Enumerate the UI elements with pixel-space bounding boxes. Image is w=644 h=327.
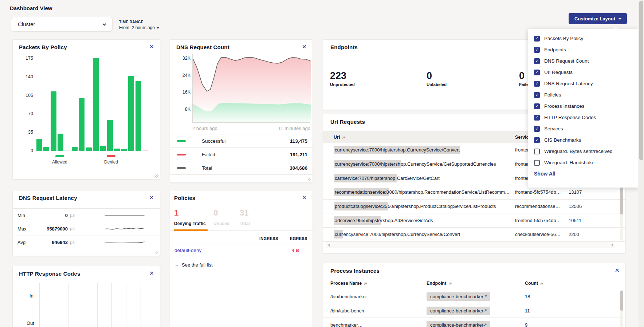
scroll-left-icon[interactable] xyxy=(328,244,330,247)
menu-item[interactable]: ✓Services xyxy=(534,123,639,134)
url-highlight: recommendationservice:8 xyxy=(334,188,389,196)
card-title: Process Instances xyxy=(330,268,380,274)
menu-item[interactable]: ✓Endpoints xyxy=(534,44,639,55)
service-cell: checkoutservice-56… xyxy=(515,228,565,241)
url-highlight: adservice:9555/hipste xyxy=(334,216,381,225)
scrollbar-thumb[interactable] xyxy=(639,1,643,160)
show-all-link[interactable]: Show All xyxy=(534,171,639,177)
menu-item[interactable]: Wireguard. Handshake xyxy=(534,157,639,168)
area-chart xyxy=(192,54,310,123)
endpoint-cell: compliance-benchmarker-* xyxy=(427,318,490,327)
url-cell: productcatalogservice:3550/hipstershop.P… xyxy=(334,200,496,213)
table-vertical-scrollbar[interactable] xyxy=(620,290,623,327)
column-header-ingress: INGRESS xyxy=(259,236,278,241)
scroll-right-icon[interactable] xyxy=(612,244,613,247)
column-header-count[interactable]: Count↓≡ xyxy=(525,281,543,286)
table-horizontal-scrollbar[interactable] xyxy=(326,242,615,248)
column-header-egress: EGRESS xyxy=(290,236,307,241)
page-scrollbar[interactable] xyxy=(638,0,644,327)
count-cell: 2200 xyxy=(569,228,579,241)
url-rest: CartService/GetCart xyxy=(397,176,440,181)
close-icon[interactable]: ✕ xyxy=(149,271,154,276)
url-rest: encyservice:7000/hipstershop.CurrencySer… xyxy=(343,232,460,237)
table-header: Process Name↓≡ Endpoint↓≡ Count↓≡ xyxy=(323,281,625,290)
checkbox-checked-icon[interactable]: ✓ xyxy=(534,126,540,132)
resize-handle-icon[interactable] xyxy=(155,174,158,178)
scrollbar-thumb[interactable] xyxy=(620,187,623,214)
url-highlight: productcatalogservice:35 xyxy=(334,202,388,210)
menu-item[interactable]: ✓DNS Request Latency xyxy=(534,78,639,89)
policies-tab-unused[interactable]: 0Unused xyxy=(213,209,229,226)
latency-unit: µs xyxy=(70,240,75,245)
menu-item[interactable]: ✓Policies xyxy=(534,89,639,101)
sparkline xyxy=(104,212,145,218)
menu-item[interactable]: ✓Packets By Policy xyxy=(534,33,639,44)
x-start-label: 2 hours ago xyxy=(192,126,217,131)
resize-handle-icon[interactable] xyxy=(155,251,158,254)
menu-item[interactable]: ✓CIS Benchmarks xyxy=(534,134,639,146)
checkbox-checked-icon[interactable]: ✓ xyxy=(534,70,540,75)
menu-item[interactable]: ✓Process Instances xyxy=(534,101,639,112)
checkbox-checked-icon[interactable]: ✓ xyxy=(534,47,540,53)
close-icon[interactable]: ✕ xyxy=(302,195,307,201)
y-tick-label: 16K xyxy=(182,90,191,95)
y-tick-label: 24K xyxy=(182,73,191,78)
menu-item[interactable]: ✓Url Requests xyxy=(534,67,639,78)
latency-unit: µs xyxy=(70,213,75,218)
stat-label: Unprotected xyxy=(330,82,355,87)
checkbox-checked-icon[interactable]: ✓ xyxy=(534,92,540,98)
checkbox-checked-icon[interactable]: ✓ xyxy=(534,81,540,87)
close-icon[interactable]: ✕ xyxy=(149,44,154,50)
url-highlight: cartservice:7070/hipstershop. xyxy=(334,174,397,182)
url-cell: currencyservice:7000/hipstershop.Currenc… xyxy=(334,157,496,171)
bar-allowed xyxy=(51,91,56,151)
latency-value: 0 xyxy=(65,213,68,218)
legend-swatch xyxy=(107,155,115,157)
service-cell: frontend-5fc5754db… xyxy=(515,213,565,227)
time-range-value[interactable]: From: 2 hours ago xyxy=(119,25,159,30)
close-icon[interactable]: ✕ xyxy=(615,268,620,273)
stat-value: 0 xyxy=(427,70,447,81)
menu-item[interactable]: Wireguard. Bytes sent/received xyxy=(534,146,639,157)
checkbox-checked-icon[interactable]: ✓ xyxy=(534,36,540,42)
time-range: TIME RANGE From: 2 hours ago xyxy=(119,20,159,30)
resize-handle-icon[interactable] xyxy=(308,178,311,181)
tab-label: Unused xyxy=(213,221,229,226)
customize-layout-menu: ✓Packets By Policy✓Endpoints✓DNS Request… xyxy=(528,29,639,188)
policies-tab-total[interactable]: 31Total xyxy=(240,209,250,226)
checkbox-checked-icon[interactable]: ✓ xyxy=(534,58,540,64)
menu-item-label: Services xyxy=(544,126,563,131)
tab-label: Denying Traffic xyxy=(174,221,206,226)
close-icon[interactable]: ✕ xyxy=(302,44,307,50)
menu-item[interactable]: ✓HTTP Response Codes xyxy=(534,112,639,123)
column-header-url[interactable]: Url↓≡ xyxy=(334,135,345,140)
column-header-process-name[interactable]: Process Name↓≡ xyxy=(330,281,367,286)
legend-label: Failed xyxy=(202,152,215,157)
policy-link[interactable]: default-deny xyxy=(174,248,201,253)
close-icon[interactable]: ✕ xyxy=(149,195,154,201)
bar-allowed xyxy=(43,147,49,151)
process-name-cell: benchmarker… xyxy=(330,318,363,327)
y-axis-labels: 17514010570350 xyxy=(23,56,33,153)
legend-value: 113,475 xyxy=(290,138,307,144)
process-name-cell: /bin/kube-bench xyxy=(330,304,364,318)
policies-tab-denying-traffic[interactable]: 1Denying Traffic xyxy=(174,209,206,226)
legend-swatch xyxy=(177,167,186,169)
see-full-list-link[interactable]: →See the full list xyxy=(174,262,213,268)
table-row: adservice:9555/hipstershop.AdService/Get… xyxy=(323,213,625,228)
x-end-label: 11 minutes ago xyxy=(278,126,310,131)
column-header-endpoint[interactable]: Endpoint↓≡ xyxy=(427,281,451,286)
customize-layout-button[interactable]: Customize Layout xyxy=(569,13,627,24)
scrollbar-thumb[interactable] xyxy=(620,291,623,311)
view-select[interactable]: Cluster xyxy=(11,17,113,32)
menu-item[interactable]: ✓DNS Request Count xyxy=(534,55,639,67)
checkbox-unchecked-icon[interactable] xyxy=(534,149,540,154)
checkbox-unchecked-icon[interactable] xyxy=(534,160,540,166)
y-tick-label: 70 xyxy=(28,111,33,116)
bar-allowed xyxy=(107,120,113,151)
bar-allowed xyxy=(93,58,99,151)
bar-allowed xyxy=(128,76,134,151)
checkbox-checked-icon[interactable]: ✓ xyxy=(534,137,540,143)
checkbox-checked-icon[interactable]: ✓ xyxy=(534,103,540,109)
checkbox-checked-icon[interactable]: ✓ xyxy=(534,115,540,121)
